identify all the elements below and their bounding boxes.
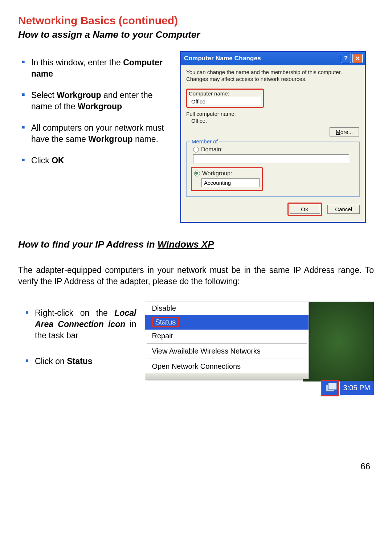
workgroup-input[interactable] <box>201 178 260 187</box>
cancel-button[interactable]: Cancel <box>327 205 360 214</box>
text-bold: Workgroup <box>88 134 132 144</box>
dialog-title: Computer Name Changes <box>184 55 261 62</box>
menu-item-view-wireless[interactable]: View Available Wireless Networks <box>145 345 309 358</box>
text: Select <box>31 90 57 100</box>
menu-item-repair[interactable]: Repair <box>145 330 309 342</box>
instruction-item: Select Workgroup and enter the name of t… <box>22 90 174 112</box>
text: omain: <box>205 146 223 152</box>
workgroup-highlight: Workgroup: <box>191 167 263 191</box>
ok-highlight: OK <box>287 203 322 216</box>
mnemonic: D <box>201 146 205 152</box>
workgroup-radio-row[interactable]: Workgroup: <box>194 170 260 177</box>
member-of-legend: Member of <box>190 138 219 144</box>
taskbar-clock: 3:05 PM <box>340 381 374 395</box>
menu-footer <box>145 373 309 379</box>
instruction-item: In this window, enter the Computer name <box>22 57 174 79</box>
section2-subtitle: How to find your IP Address in Windows X… <box>18 239 374 250</box>
section2-body: The adapter-equipped computers in your n… <box>18 265 374 287</box>
instruction-item: Click on Status <box>25 356 136 367</box>
computer-name-changes-dialog: Computer Name Changes ? ✕ You can change… <box>180 51 366 223</box>
domain-label: Domain: <box>201 146 223 153</box>
page-number: 66 <box>360 461 370 472</box>
full-computer-name-label: Full computer name: <box>186 111 360 117</box>
status-highlight: Status <box>152 317 179 327</box>
mnemonic: W <box>202 170 208 176</box>
text-bold: Workgroup <box>57 90 101 100</box>
taskbar: 3:05 PM <box>321 380 374 396</box>
domain-input[interactable] <box>193 154 349 163</box>
mnemonic: M <box>336 129 340 135</box>
section-title: Networking Basics (continued) <box>18 15 374 27</box>
dialog-description: You can change the name and the membersh… <box>186 69 360 83</box>
context-menu: Disable Status Repair View Available Wir… <box>145 302 309 379</box>
dialog-titlebar: Computer Name Changes ? ✕ <box>181 52 365 65</box>
instruction-item: Right-click on the Local Area Connection… <box>25 307 136 341</box>
help-button[interactable]: ? <box>341 54 351 63</box>
text-bold: OK <box>52 156 64 165</box>
menu-separator <box>147 343 307 344</box>
instruction-item: All computers on your network must have … <box>22 122 174 145</box>
member-of-fieldset: Member of Domain: Workgroup: <box>186 142 360 197</box>
text: name. <box>133 134 158 144</box>
instruction-list-1: In this window, enter the Computer name … <box>18 57 174 217</box>
full-computer-name-value: Office. <box>191 118 360 124</box>
text: How to find your IP Address in <box>18 239 158 250</box>
text: Right-click on the <box>35 308 114 318</box>
text: omputer name: <box>193 90 229 97</box>
instruction-list-2: Right-click on the Local Area Connection… <box>18 307 136 381</box>
domain-radio[interactable] <box>193 147 199 152</box>
menu-separator <box>147 359 307 359</box>
computer-name-input[interactable] <box>189 97 261 106</box>
menu-item-status[interactable]: Status <box>145 315 309 330</box>
menu-item-open-connections[interactable]: Open Network Connections <box>145 360 309 373</box>
text: Click on <box>35 356 67 366</box>
close-button[interactable]: ✕ <box>352 54 363 63</box>
text-underline: Windows XP <box>158 239 214 250</box>
ok-button[interactable]: OK <box>290 205 320 214</box>
network-icon[interactable] <box>326 384 334 392</box>
text: Click <box>31 156 52 165</box>
text: In this window, enter the <box>31 58 123 67</box>
computer-name-highlight: Computer name: <box>186 89 264 108</box>
domain-radio-row[interactable]: Domain: <box>193 146 355 153</box>
section-subtitle: How to assign a Name to your Computer <box>18 29 374 40</box>
menu-item-disable[interactable]: Disable <box>145 302 309 315</box>
more-button[interactable]: More... <box>330 127 359 136</box>
network-tray-icon-highlight <box>321 380 339 396</box>
text-bold: Status <box>67 356 92 366</box>
taskbar-screenshot: Disable Status Repair View Available Wir… <box>145 302 374 379</box>
text-bold: Workgroup <box>78 102 122 111</box>
desktop-background <box>303 302 374 381</box>
text: orkgroup: <box>208 170 232 176</box>
instruction-item: Click OK <box>22 155 174 166</box>
workgroup-radio[interactable] <box>194 171 200 176</box>
mnemonic: C <box>189 90 193 97</box>
text: ore... <box>340 129 353 135</box>
computer-name-label: Computer name: <box>189 90 229 97</box>
workgroup-label: Workgroup: <box>202 170 232 177</box>
